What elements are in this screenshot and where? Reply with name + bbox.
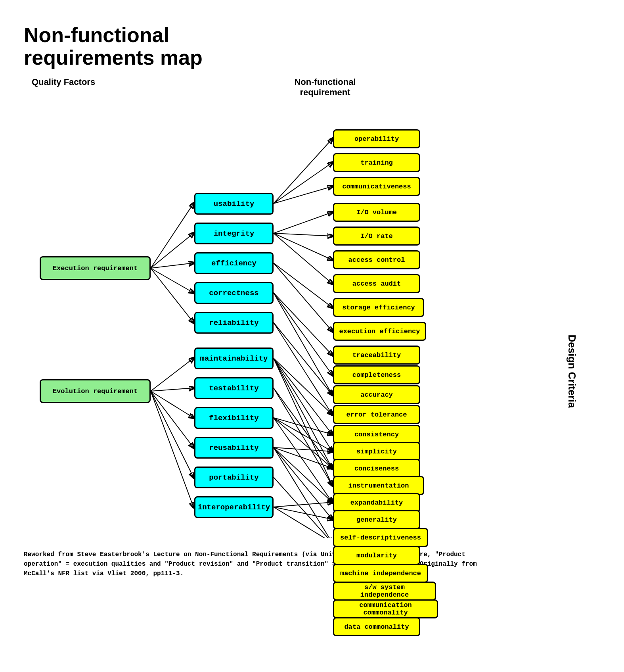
svg-line-28 (274, 358, 332, 468)
reusability-box: reusability (194, 437, 274, 459)
svg-line-20 (274, 293, 332, 355)
svg-line-39 (274, 447, 332, 519)
error-tolerance-box: error tolerance (333, 405, 420, 424)
svg-line-18 (274, 263, 332, 307)
svg-line-19 (274, 263, 332, 331)
footer-text: Reworked from Steve Easterbrook's Lectur… (24, 550, 500, 578)
machine-independence-box: machine independence (333, 564, 428, 583)
svg-line-26 (274, 358, 332, 434)
svg-line-35 (274, 418, 332, 502)
portability-box: portability (194, 467, 274, 488)
svg-line-2 (151, 263, 193, 268)
svg-line-44 (274, 507, 332, 538)
io-volume-box: I/O volume (333, 203, 420, 222)
nfr-header: Non-functional requirement (270, 77, 381, 98)
access-audit-box: access audit (333, 274, 420, 293)
correctness-box: correctness (194, 282, 274, 304)
column-headers: Quality Factors Non-functional requireme… (24, 77, 600, 98)
reliability-box: reliability (194, 312, 274, 334)
expandability-box: expandability (333, 493, 420, 512)
svg-line-1 (151, 233, 193, 268)
self-descriptiveness-box: self-descriptiveness (333, 528, 428, 547)
quality-factors-header: Quality Factors (32, 77, 151, 98)
svg-line-17 (274, 233, 332, 284)
execution-efficiency-box: execution efficiency (333, 322, 426, 341)
svg-line-9 (151, 391, 193, 477)
svg-line-25 (274, 358, 332, 415)
design-criteria-label: Design Criteria (566, 335, 578, 408)
svg-line-27 (274, 358, 332, 451)
svg-line-3 (151, 268, 193, 293)
page-title: Non-functional requirements map (24, 24, 301, 69)
instrumentation-box: instrumentation (333, 476, 424, 495)
storage-efficiency-box: storage efficiency (333, 298, 424, 317)
svg-line-30 (274, 388, 332, 468)
svg-line-0 (151, 204, 193, 268)
access-control-box: access control (333, 250, 420, 269)
page-container: Non-functional requirements map Quality … (0, 0, 624, 594)
simplicity-box: simplicity (333, 442, 420, 461)
svg-line-5 (151, 358, 193, 391)
svg-line-22 (274, 293, 332, 395)
svg-line-13 (274, 186, 332, 204)
svg-line-37 (274, 447, 332, 468)
conciseness-box: conciseness (333, 459, 420, 478)
maintainability-box: maintainability (194, 348, 274, 369)
svg-line-29 (274, 358, 332, 485)
svg-line-38 (274, 447, 332, 502)
flexibility-box: flexibility (194, 407, 274, 429)
svg-line-40 (274, 447, 332, 538)
svg-line-7 (151, 391, 193, 418)
svg-line-34 (274, 418, 332, 468)
svg-line-12 (274, 163, 332, 204)
consistency-box: consistency (333, 425, 420, 444)
svg-line-32 (274, 418, 332, 434)
evol-req-box: Evolution requirement (40, 379, 151, 403)
svg-line-11 (274, 139, 332, 204)
svg-line-23 (274, 323, 332, 395)
accuracy-box: accuracy (333, 385, 420, 404)
communicativeness-box: communicativeness (333, 177, 420, 196)
testability-box: testability (194, 377, 274, 399)
integrity-box: integrity (194, 223, 274, 244)
svg-line-21 (274, 293, 332, 375)
interoperability-box: interoperability (194, 496, 274, 518)
exec-req-box: Execution requirement (40, 256, 151, 280)
connector-lines (24, 102, 587, 538)
io-rate-box: I/O rate (333, 227, 420, 246)
svg-line-24 (274, 323, 332, 415)
communication-commonality-box: communication commonality (333, 599, 438, 618)
svg-line-4 (151, 268, 193, 323)
svg-line-15 (274, 233, 332, 236)
diagram: Execution requirement Evolution requirem… (24, 102, 587, 538)
training-box: training (333, 153, 420, 172)
svg-line-31 (274, 388, 332, 485)
data-commonality-box: data commonality (333, 617, 420, 636)
modularity-box: modularity (333, 546, 420, 565)
sw-system-independence-box: s/w system independence (333, 582, 436, 601)
svg-line-14 (274, 212, 332, 233)
traceability-box: traceability (333, 346, 420, 365)
usability-box: usability (194, 193, 274, 215)
operability-box: operability (333, 129, 420, 148)
svg-line-42 (274, 502, 332, 507)
efficiency-box: efficiency (194, 252, 274, 274)
generality-box: generality (333, 510, 420, 529)
svg-line-43 (274, 507, 332, 519)
completeness-box: completeness (333, 365, 420, 384)
svg-line-33 (274, 418, 332, 451)
svg-line-16 (274, 233, 332, 260)
svg-line-36 (274, 447, 332, 451)
svg-line-6 (151, 388, 193, 391)
svg-line-10 (151, 391, 193, 507)
svg-line-41 (274, 477, 332, 538)
svg-line-8 (151, 391, 193, 447)
